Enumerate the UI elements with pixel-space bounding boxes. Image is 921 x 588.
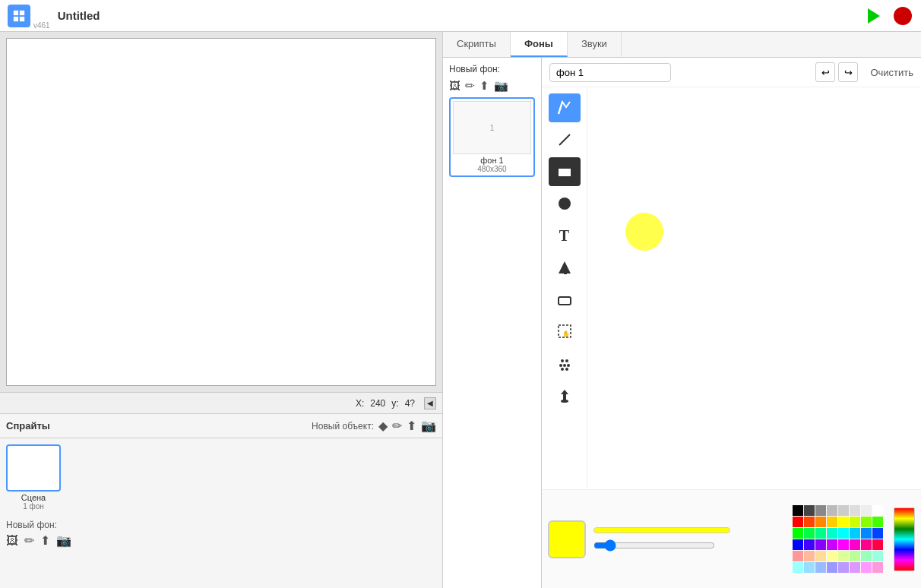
palette-color-cell[interactable] [827, 505, 837, 516]
palette-color-cell[interactable] [804, 528, 815, 539]
palette-color-cell[interactable] [850, 551, 860, 561]
palette-color-cell[interactable] [804, 505, 815, 516]
sprites-panel: Спрайты Новый объект: ◆ ✏ ⬆ 📷 Сцена 1 фо… [0, 413, 442, 588]
stamp-tool-button[interactable] [549, 349, 581, 378]
palette-color-cell[interactable] [850, 517, 860, 527]
palette-color-cell[interactable] [804, 539, 815, 550]
tab-sounds[interactable]: Звуки [568, 32, 622, 57]
clear-button[interactable]: Очистить [870, 67, 913, 78]
new-backdrop-bottom-label: Новый фон: [6, 520, 436, 530]
palette-color-cell[interactable] [815, 517, 826, 527]
palette-color-cell[interactable] [861, 517, 872, 527]
palette-color-cell[interactable] [872, 562, 883, 573]
palette-color-cell[interactable] [850, 562, 860, 573]
palette-color-cell[interactable] [804, 517, 815, 527]
ellipse-tool-button[interactable] [549, 189, 581, 218]
palette-color-cell[interactable] [872, 505, 883, 516]
palette-color-cell[interactable] [861, 562, 872, 573]
backdrop-camera-icon[interactable]: 📷 [494, 79, 508, 93]
palette-color-cell[interactable] [827, 539, 837, 550]
spectrum-button[interactable] [894, 507, 915, 571]
rect-tool-button[interactable] [549, 157, 581, 186]
new-backdrop-paint-icon[interactable]: 🖼 [6, 534, 18, 548]
fill-tool-button[interactable] [549, 253, 581, 282]
new-backdrop-camera-icon[interactable]: 📷 [56, 533, 71, 548]
eraser-tool-button[interactable] [549, 285, 581, 314]
palette-color-cell[interactable] [861, 528, 872, 539]
backdrop-item-1[interactable]: 1 фон 1 480x360 [449, 97, 535, 177]
palette-color-cell[interactable] [861, 505, 872, 516]
palette-color-cell[interactable] [872, 539, 883, 550]
palette-color-cell[interactable] [872, 517, 883, 527]
backdrop-paint-icon[interactable]: 🖼 [449, 79, 460, 93]
palette-color-cell[interactable] [861, 539, 872, 550]
x-coord-value: 240 [370, 398, 385, 409]
new-backdrop-draw-icon[interactable]: ✏ [24, 533, 34, 548]
redo-button[interactable]: ↪ [838, 62, 858, 82]
palette-color-cell[interactable] [827, 517, 837, 527]
backdrop-name-input[interactable] [549, 63, 671, 82]
tab-scripts[interactable]: Скрипты [443, 32, 511, 57]
undo-button[interactable]: ↩ [815, 62, 835, 82]
svg-rect-22 [563, 394, 566, 400]
palette-color-cell[interactable] [793, 562, 803, 573]
main-container: X: 240 y: 4? ◀ Спрайты Новый объект: ◆ ✏… [0, 32, 921, 588]
palette-color-cell[interactable] [793, 505, 803, 516]
svg-rect-3 [20, 16, 24, 21]
palette-color-cell[interactable] [815, 562, 826, 573]
color-slider-row [593, 539, 785, 552]
palette-color-cell[interactable] [815, 505, 826, 516]
palette-color-cell[interactable] [872, 551, 883, 561]
palette-color-cell[interactable] [793, 528, 803, 539]
paint-new-sprite-icon[interactable]: ◆ [378, 419, 388, 433]
palette-color-cell[interactable] [861, 551, 872, 561]
palette-color-cell[interactable] [815, 551, 826, 561]
svg-point-5 [894, 7, 912, 25]
palette-color-cell[interactable] [827, 551, 837, 561]
stop-button[interactable] [892, 5, 913, 27]
palette-color-cell[interactable] [793, 539, 803, 550]
palette-color-cell[interactable] [815, 539, 826, 550]
upload-sprite-icon[interactable]: ⬆ [407, 419, 416, 433]
path-tool-button[interactable] [549, 93, 581, 122]
line-tool-button[interactable] [549, 125, 581, 154]
palette-color-cell[interactable] [815, 528, 826, 539]
palette-color-cell[interactable] [872, 528, 883, 539]
tab-backdrops[interactable]: Фоны [511, 32, 568, 57]
palette-color-cell[interactable] [838, 551, 849, 561]
selected-color-swatch[interactable] [548, 520, 586, 558]
color-slider[interactable] [593, 539, 715, 552]
palette-color-cell[interactable] [827, 562, 837, 573]
svg-rect-2 [14, 16, 18, 21]
palette-color-cell[interactable] [793, 517, 803, 527]
tools-panel: T ✋ [542, 87, 587, 489]
expand-button[interactable]: ◀ [424, 397, 436, 409]
select-tool-button[interactable]: ✋ [549, 317, 581, 346]
draw-new-sprite-icon[interactable]: ✏ [392, 419, 402, 433]
palette-color-cell[interactable] [850, 539, 860, 550]
palette-color-cell[interactable] [838, 528, 849, 539]
new-backdrop-upload-icon[interactable]: ⬆ [40, 533, 50, 548]
topbar: v461 Untitled [0, 0, 921, 32]
color-line-area [593, 527, 785, 552]
palette-color-cell[interactable] [838, 505, 849, 516]
canvas-area[interactable] [587, 87, 921, 489]
palette-color-cell[interactable] [838, 562, 849, 573]
palette-color-cell[interactable] [850, 505, 860, 516]
scene-item[interactable]: Сцена 1 фон [6, 444, 61, 511]
backdrop-upload-icon[interactable]: ⬆ [479, 79, 489, 93]
sprites-label: Спрайты [6, 420, 312, 432]
camera-sprite-icon[interactable]: 📷 [421, 419, 436, 433]
backdrop-draw-icon[interactable]: ✏ [465, 79, 475, 93]
palette-color-cell[interactable] [804, 562, 815, 573]
green-flag-button[interactable] [863, 5, 885, 27]
palette-color-cell[interactable] [838, 517, 849, 527]
svg-marker-21 [561, 390, 568, 394]
text-tool-button[interactable]: T [549, 221, 581, 250]
clone-tool-button[interactable] [549, 381, 581, 409]
palette-color-cell[interactable] [804, 551, 815, 561]
palette-color-cell[interactable] [793, 551, 803, 561]
palette-color-cell[interactable] [838, 539, 849, 550]
palette-color-cell[interactable] [827, 528, 837, 539]
palette-color-cell[interactable] [850, 528, 860, 539]
